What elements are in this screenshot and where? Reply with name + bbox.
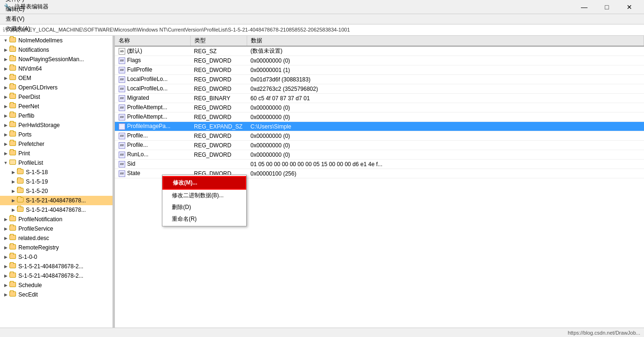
tree-panel[interactable]: ▼NoImeModelImes▶Notifications▶NowPlaying… [0,36,113,328]
tree-item[interactable]: ▶S-1-5-20 [0,186,113,196]
tree-expand-icon[interactable]: ▶ [2,281,9,289]
tree-expand-icon[interactable]: ▶ [2,84,9,91]
table-row[interactable]: ##Sid01 05 00 00 00 00 00 00 05 15 00 00… [115,160,644,169]
menu-item[interactable]: 查看(V) [2,14,34,24]
tree-item[interactable]: ▶OpenGLDrivers [0,83,113,92]
table-row[interactable]: ##ProfileAttempt...REG_DWORD0x00000000 (… [115,112,644,122]
context-menu-item[interactable]: 修改(M)... [162,176,246,190]
cell-data: 0x00000000 (0) [247,56,644,65]
tree-item[interactable]: ▶NowPlayingSessionMan... [0,55,113,64]
table-row[interactable]: ##Profile...REG_DWORD0x00000000 (0) [115,131,644,141]
tree-container: ▼NoImeModelImes▶Notifications▶NowPlaying… [0,36,113,299]
table-row[interactable]: ##FullProfileREG_DWORD0x00000001 (1) [115,65,644,75]
table-header-row: 名称 类型 数据 [115,36,644,46]
tree-item[interactable]: ▶Schedule [0,281,113,290]
cell-data: 0x00000000 (0) [247,103,644,112]
tree-item[interactable]: ▶ProfileService [0,224,113,233]
close-button[interactable]: ✕ [619,0,640,14]
tree-expand-icon[interactable]: ▶ [9,197,17,204]
tree-expand-icon[interactable]: ▶ [2,140,9,148]
table-row[interactable]: ##FlagsREG_DWORD0x00000000 (0) [115,56,644,65]
dword-icon: ## [119,170,125,177]
tree-item[interactable]: ▶SecEdit [0,290,113,299]
tree-expand-icon[interactable]: ▶ [2,74,9,82]
context-menu[interactable]: 修改(M)...修改二进制数据(B)...删除(D)重命名(R) [162,175,247,226]
tree-expand-icon[interactable]: ▶ [2,103,9,110]
tree-item[interactable]: ▼ProfileList [0,158,113,168]
tree-expand-icon[interactable]: ▶ [2,121,9,129]
tree-item[interactable]: ▶S-1-5-21-4048478678... [0,205,113,215]
tree-expand-icon[interactable]: ▶ [9,178,17,185]
tree-expand-icon[interactable]: ▶ [2,272,9,280]
tree-item[interactable]: ▶S-1-5-19 [0,177,113,186]
tree-item-label: S-1-5-19 [26,178,113,185]
tree-item[interactable]: ▶Perflib [0,111,113,120]
tree-expand-icon[interactable]: ▶ [2,291,9,298]
folder-icon [9,84,17,91]
table-row[interactable]: ##ProfileImagePa...REG_EXPAND_SZC:\Users… [115,122,644,131]
table-row[interactable]: ab(默认)REG_SZ(数值未设置) [115,46,644,56]
tree-item-label: Notifications [18,47,113,53]
tree-expand-icon[interactable]: ▶ [9,206,17,214]
tree-expand-icon[interactable]: ▶ [2,225,9,233]
tree-item[interactable]: ▶RemoteRegistry [0,243,113,252]
tree-expand-icon[interactable]: ▼ [2,159,9,167]
tree-item[interactable]: ▶PeerNet [0,102,113,111]
table-row[interactable]: ##Profile...REG_DWORD0x00000000 (0) [115,141,644,150]
tree-expand-icon[interactable]: ▶ [9,187,17,195]
tree-expand-icon[interactable]: ▶ [2,216,9,223]
tree-expand-icon[interactable]: ▶ [2,234,9,242]
tree-expand-icon[interactable]: ▼ [2,37,9,44]
tree-item[interactable]: ▶S-1-5-18 [0,168,113,177]
context-menu-item[interactable]: 删除(D) [162,201,246,213]
context-menu-item[interactable]: 重命名(R) [162,213,246,225]
tree-item[interactable]: ▶Ports [0,130,113,139]
folder-icon [9,216,17,223]
context-menu-item[interactable]: 修改二进制数据(B)... [162,190,246,201]
minimize-button[interactable]: — [573,0,595,14]
tree-item[interactable]: ▶PerHwIdStorage [0,120,113,130]
tree-expand-icon[interactable]: ▶ [2,131,9,138]
tree-item[interactable]: ▼NoImeModelImes [0,36,113,45]
restore-button[interactable]: □ [596,0,618,14]
table-row[interactable]: ##MigratedREG_BINARY60 c5 4f 07 87 37 d7… [115,94,644,103]
tree-item[interactable]: ▶PeerDist [0,92,113,102]
tree-item[interactable]: ▶ProfileNotification [0,215,113,224]
tree-item[interactable]: ▶related.desc [0,233,113,243]
tree-expand-icon[interactable]: ▶ [2,65,9,72]
tree-expand-icon[interactable]: ▶ [2,253,9,261]
tree-expand-icon[interactable]: ▶ [2,244,9,251]
tree-item[interactable]: ▶Notifications [0,45,113,55]
tree-expand-icon[interactable]: ▶ [2,93,9,101]
menu-item[interactable]: 编辑(E) [2,4,34,14]
values-panel[interactable]: 名称 类型 数据 ab(默认)REG_SZ(数值未设置)##FlagsREG_D… [115,36,644,328]
cell-type: REG_DWORD [190,65,247,75]
table-row[interactable]: ##ProfileAttempt...REG_DWORD0x00000000 (… [115,103,644,112]
tree-item[interactable]: ▶S-1-0-0 [0,252,113,262]
tree-item[interactable]: ▶S-1-5-21-4048478678-2... [0,271,113,281]
tree-expand-icon[interactable]: ▶ [2,56,9,63]
tree-item-label: Perflib [18,112,113,119]
tree-expand-icon[interactable]: ▶ [2,150,9,157]
tree-expand-icon[interactable]: ▶ [2,112,9,120]
menu-item[interactable]: 文件(F) [2,0,34,4]
tree-expand-icon[interactable]: ▶ [9,168,17,176]
table-row[interactable]: ##LocalProfileLo...REG_DWORD0x01d73d6f (… [115,75,644,84]
folder-icon [9,150,17,157]
tree-expand-icon[interactable]: ▶ [2,263,9,270]
table-row[interactable]: ##LocalProfileLo...REG_DWORD0xd22763c2 (… [115,84,644,94]
tree-item[interactable]: ▶Prefetcher [0,139,113,149]
tree-item-label: related.desc [18,235,113,241]
tree-item-label: S-1-0-0 [18,254,113,260]
tree-item[interactable]: ▶NtVdm64 [0,64,113,73]
tree-item[interactable]: ▶Print [0,149,113,158]
tree-item[interactable]: ▶OEM [0,73,113,83]
tree-item[interactable]: ▶S-1-5-21-4048478678... [0,196,113,205]
tree-item-label: ProfileList [18,160,113,166]
tree-item[interactable]: ▶S-1-5-21-4048478678-2... [0,262,113,271]
folder-icon [9,131,17,138]
tree-expand-icon[interactable]: ▶ [2,46,9,54]
address-path: 算机\HKEY_LOCAL_MACHINE\SOFTWARE\Microsoft… [10,26,350,33]
cell-type: REG_EXPAND_SZ [190,122,247,131]
table-row[interactable]: ##RunLo...REG_DWORD0x00000000 (0) [115,150,644,160]
